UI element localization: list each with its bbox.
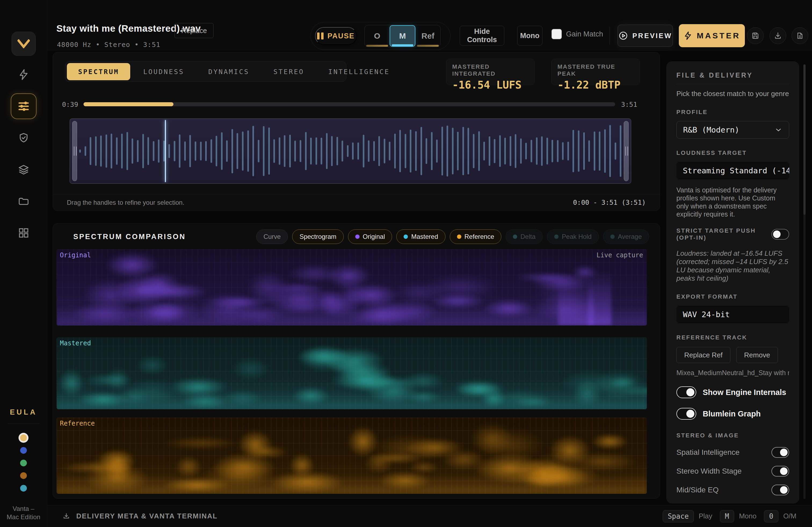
chip-mastered[interactable]: Mastered [396,229,445,244]
export-download-button[interactable] [770,27,786,44]
save-icon [751,31,760,40]
lightning-icon [18,69,30,80]
theme-dot-teal[interactable] [20,485,27,492]
key-zero-action: O/M [783,512,796,520]
delivery-meta-label: DELIVERY META & VANTA TERMINAL [76,512,218,520]
chip-reference[interactable]: Reference [450,229,502,244]
top-bar: Stay with me (Remastered).wav Replace 48… [47,0,812,50]
sidebar-item-layers[interactable] [11,157,37,182]
spectrogram-original: Original Live capture [57,249,647,326]
stereo-width-stage-toggle[interactable] [771,466,789,477]
playhead[interactable] [165,120,166,182]
monitor-reference-tab[interactable]: Ref [416,25,440,47]
loudness-target-label: LOUDNESS TARGET [677,149,789,156]
blumlein-graph-label: Blumlein Graph [703,409,761,418]
waveform-panel[interactable] [70,118,631,184]
save-project-button[interactable] [747,27,764,44]
file-delivery-title: FILE & DELIVERY [677,71,789,79]
panel-scrollbar-thumb[interactable] [803,64,806,215]
edition-label: Vanta – Mac Edition [6,505,41,521]
pause-button[interactable]: PAUSE [315,27,357,45]
chip-curve[interactable]: Curve [256,229,288,244]
mid-side-eq-row: Mid/Side EQ [677,485,789,495]
spectrum-comparison-header: SPECTRUM COMPARISON Curve Spectrogram Or… [53,227,649,246]
theme-dot-gold[interactable] [20,434,27,441]
original-dot-icon [355,235,360,239]
mid-side-eq-toggle[interactable] [771,485,789,495]
stereo-width-label: Stereo Width [684,503,727,503]
tab-spectrum[interactable]: SPECTRUM [67,63,130,80]
delta-dot-icon [513,235,517,239]
mono-button[interactable]: Mono [517,26,542,46]
stereo-image-title: STEREO & IMAGE [677,432,789,439]
replace-ref-button[interactable]: Replace Ref [677,347,730,363]
spatial-intelligence-toggle[interactable] [771,447,789,458]
selection-hint: Drag the handles to refine your selectio… [67,199,185,206]
sidebar-item-integrity[interactable] [11,125,37,151]
stereo-width-stage-label: Stereo Width Stage [677,467,742,476]
engine-internals-label: Show Engine Internals [703,388,786,397]
playback-progress-bar[interactable] [84,102,615,106]
selection-range: 0:00 - 3:51 (3:51) [573,199,646,206]
blumlein-graph-toggle[interactable] [677,408,696,420]
gain-match-checkbox[interactable] [552,29,562,39]
selection-handle-left[interactable] [72,121,77,181]
waveform-bars [79,123,622,180]
sidebar-item-modules[interactable] [11,220,37,246]
chip-delta[interactable]: Delta [506,229,543,244]
replace-file-button[interactable]: Replace [175,23,214,38]
spectrogram-reference-label: Reference [60,420,95,427]
sidebar: EULA Vanta – Mac Edition [0,0,47,527]
bottom-bar: DELIVERY META & VANTA TERMINAL Space Pla… [47,505,812,527]
chip-original[interactable]: Original [348,229,392,244]
export-format-label: EXPORT FORMAT [677,293,789,300]
preview-label: PREVIEW [632,32,672,40]
key-m-action: Mono [739,512,756,520]
profile-select[interactable]: R&B (Modern) [677,121,789,139]
strict-target-toggle[interactable] [771,229,789,240]
monitor-original-underline [366,45,388,47]
monitor-reference-underline [417,45,439,47]
sidebar-item-quick-master[interactable] [11,62,37,88]
report-document-button[interactable] [792,27,808,44]
sidebar-item-files[interactable] [11,189,37,214]
play-circle-icon [619,31,628,41]
chip-average[interactable]: Average [603,229,649,244]
reference-dot-icon [457,235,461,239]
monitor-mastered-label: M [399,31,406,41]
hide-controls-button[interactable]: Hide Controls [460,26,504,46]
chevron-down-icon [774,126,782,134]
remove-ref-button[interactable]: Remove [736,347,778,363]
preview-button[interactable]: PREVIEW [618,25,673,47]
loudness-target-select[interactable]: Streaming Standard (-14 LUFS [677,162,789,180]
spectrogram-reference-energy [57,418,647,494]
tab-intelligence[interactable]: INTELLIGENCE [317,63,401,80]
spectrogram-reference: Reference [57,418,647,494]
export-format-select[interactable]: WAV 24-bit [677,306,789,323]
sidebar-item-mastering-controls[interactable] [11,93,37,119]
chip-peak-hold[interactable]: Peak Hold [547,229,599,244]
panel-scrollbar[interactable] [803,64,806,499]
key-space-action: Play [699,512,712,520]
engine-internals-toggle[interactable] [677,387,696,398]
master-button[interactable]: MASTER [679,24,745,47]
pause-label: PAUSE [327,32,354,40]
eula-link[interactable]: EULA [10,408,37,417]
key-m: M [720,510,735,523]
key-zero: 0 [764,510,779,523]
tab-dynamics[interactable]: DYNAMICS [197,63,260,80]
vanta-logo[interactable] [12,32,36,56]
tab-loudness[interactable]: LOUDNESS [132,63,195,80]
spatial-intelligence-label: Spatial Intelligence [677,448,740,457]
theme-dot-brown[interactable] [20,472,27,479]
selection-handle-right[interactable] [624,121,628,181]
tab-stereo[interactable]: STEREO [262,63,315,80]
delivery-meta-toggle[interactable]: DELIVERY META & VANTA TERMINAL [62,512,218,520]
theme-dot-blue[interactable] [20,447,27,454]
monitor-original-tab[interactable]: O [365,25,390,47]
monitor-mastered-tab[interactable]: M [390,25,416,47]
engine-internals-row: Show Engine Internals [677,387,789,398]
chip-spectrogram[interactable]: Spectrogram [292,229,344,244]
theme-dot-green[interactable] [20,460,27,466]
metric-integrated: MASTERED INTEGRATED -16.54 LUFS [446,59,535,85]
